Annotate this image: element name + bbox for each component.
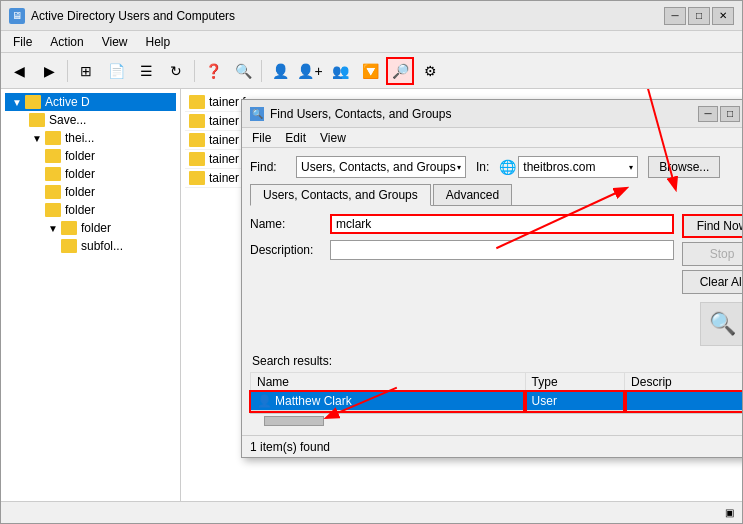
user-add-icon: 👤+ xyxy=(297,63,322,79)
stop-button[interactable]: Stop xyxy=(682,242,742,266)
toolbar-btn7[interactable]: 👤 xyxy=(266,57,294,85)
toolbar-btn3[interactable]: ☰ xyxy=(132,57,160,85)
dialog-maximize[interactable]: □ xyxy=(720,106,740,122)
find-toolbar-button[interactable]: 🔎 xyxy=(386,57,414,85)
sidebar-label-f4: folder xyxy=(65,203,95,217)
find-row: Find: Users, Contacts, and Groups ▾ In: … xyxy=(250,156,742,178)
toolbar-btn1[interactable]: ⊞ xyxy=(72,57,100,85)
back-button[interactable]: ◀ xyxy=(5,57,33,85)
in-domain-value: theitbros.com xyxy=(523,160,595,174)
dialog-title: Find Users, Contacts, and Groups xyxy=(270,107,451,121)
col-type: Type xyxy=(525,373,624,392)
toolbar-btn8[interactable]: 👤+ xyxy=(296,57,324,85)
sidebar-item-f4[interactable]: folder xyxy=(5,201,176,219)
folder-icon-sub1 xyxy=(61,239,77,253)
folder-icon-f2 xyxy=(45,167,61,181)
result-row-1[interactable]: 👤Matthew Clark User xyxy=(251,392,743,411)
sidebar: ▼ Active D Save... ▼ thei... folder fold… xyxy=(1,89,181,501)
group-icon: 👥 xyxy=(332,63,349,79)
right-folder-icon-3 xyxy=(189,133,205,147)
sidebar-item-thei[interactable]: ▼ thei... xyxy=(5,129,176,147)
expander-thei: ▼ xyxy=(29,133,45,144)
scroll-indicator: ▣ xyxy=(725,507,734,518)
sidebar-item-f3[interactable]: folder xyxy=(5,183,176,201)
scroll-thumb[interactable] xyxy=(264,416,324,426)
toolbar-btn4[interactable]: ↻ xyxy=(162,57,190,85)
app-icon: 🖥 xyxy=(9,8,25,24)
right-folder-icon-2 xyxy=(189,114,205,128)
form-with-buttons: Name: Description: Find Now Stop xyxy=(250,214,742,346)
tabs-row: Users, Contacts, and Groups Advanced xyxy=(250,184,742,206)
folder-icon-ad xyxy=(25,95,41,109)
dialog-minimize[interactable]: ─ xyxy=(698,106,718,122)
results-table: Name Type Descrip 👤Matthew Clark xyxy=(250,372,742,411)
dialog-menu-file[interactable]: File xyxy=(246,130,277,146)
result-descrip-1 xyxy=(625,392,742,411)
forward-button[interactable]: ▶ xyxy=(35,57,63,85)
main-status-bar: ▣ xyxy=(1,501,742,523)
right-buttons: Find Now Stop Clear All 🔍 xyxy=(682,214,742,346)
filter-icon: 🔽 xyxy=(362,63,379,79)
user-icon-sm: 👤 xyxy=(257,394,272,408)
user-icon: 👤 xyxy=(272,63,289,79)
help-icon: ❓ xyxy=(205,63,222,79)
menu-action[interactable]: Action xyxy=(42,33,91,51)
browse-button[interactable]: Browse... xyxy=(648,156,720,178)
menu-file[interactable]: File xyxy=(5,33,40,51)
search-illustration: 🔍 xyxy=(700,302,742,346)
search-results-area: Search results: Name Type Descrip xyxy=(250,354,742,411)
dialog-menu-view[interactable]: View xyxy=(314,130,352,146)
name-input[interactable] xyxy=(330,214,674,234)
in-domain-arrow: ▾ xyxy=(629,163,633,172)
folder-icon-thei xyxy=(45,131,61,145)
title-bar-controls: ─ □ ✕ xyxy=(664,7,734,25)
minimize-button[interactable]: ─ xyxy=(664,7,686,25)
in-domain-dropdown[interactable]: theitbros.com ▾ xyxy=(518,156,638,178)
menu-view[interactable]: View xyxy=(94,33,136,51)
sidebar-item-f1[interactable]: folder xyxy=(5,147,176,165)
sidebar-label-saved: Save... xyxy=(49,113,86,127)
sidebar-item-f2[interactable]: folder xyxy=(5,165,176,183)
sidebar-item-saved[interactable]: Save... xyxy=(5,111,176,129)
domain-icon: 🌐 xyxy=(499,159,516,175)
main-toolbar: ◀ ▶ ⊞ 📄 ☰ ↻ ❓ 🔍 👤 👤+ 👥 🔽 🔎 ⚙ xyxy=(1,53,742,89)
menu-help[interactable]: Help xyxy=(138,33,179,51)
grid-icon: ⊞ xyxy=(80,63,92,79)
toolbar-btn6[interactable]: 🔍 xyxy=(229,57,257,85)
dialog-icon: 🔍 xyxy=(250,107,264,121)
expander-f5: ▼ xyxy=(45,223,61,234)
search-icon: 🔍 xyxy=(235,63,252,79)
clear-all-button[interactable]: Clear All xyxy=(682,270,742,294)
sidebar-item-f5[interactable]: ▼ folder xyxy=(5,219,176,237)
toolbar-btn2[interactable]: 📄 xyxy=(102,57,130,85)
desc-input[interactable] xyxy=(330,240,674,260)
sidebar-label-ad: Active D xyxy=(45,95,90,109)
sidebar-item-active-directory[interactable]: ▼ Active D xyxy=(5,93,176,111)
toolbar-btn9[interactable]: 👥 xyxy=(326,57,354,85)
dialog-menu-edit[interactable]: Edit xyxy=(279,130,312,146)
folder-icon-f1 xyxy=(45,149,61,163)
forward-icon: ▶ xyxy=(44,63,55,79)
tab-users-contacts[interactable]: Users, Contacts, and Groups xyxy=(250,184,431,206)
find-type-arrow: ▾ xyxy=(457,163,461,172)
toolbar-btn12[interactable]: ⚙ xyxy=(416,57,444,85)
col-name: Name xyxy=(251,373,526,392)
dialog-body: Find: Users, Contacts, and Groups ▾ In: … xyxy=(242,148,742,435)
maximize-button[interactable]: □ xyxy=(688,7,710,25)
find-type-dropdown[interactable]: Users, Contacts, and Groups ▾ xyxy=(296,156,466,178)
status-text: 1 item(s) found xyxy=(250,440,330,454)
sidebar-label-f1: folder xyxy=(65,149,95,163)
close-button[interactable]: ✕ xyxy=(712,7,734,25)
toolbar-btn5[interactable]: ❓ xyxy=(199,57,227,85)
folder-icon-saved xyxy=(29,113,45,127)
tab-advanced[interactable]: Advanced xyxy=(433,184,512,205)
main-window: 🖥 Active Directory Users and Computers ─… xyxy=(0,0,743,524)
find-type-value: Users, Contacts, and Groups xyxy=(301,160,456,174)
horizontal-scrollbar[interactable] xyxy=(250,413,742,427)
result-type-1: User xyxy=(525,392,624,411)
sidebar-item-sub1[interactable]: subfol... xyxy=(5,237,176,255)
find-now-button[interactable]: Find Now xyxy=(682,214,742,238)
back-icon: ◀ xyxy=(14,63,25,79)
separator1 xyxy=(67,60,68,82)
toolbar-btn10[interactable]: 🔽 xyxy=(356,57,384,85)
